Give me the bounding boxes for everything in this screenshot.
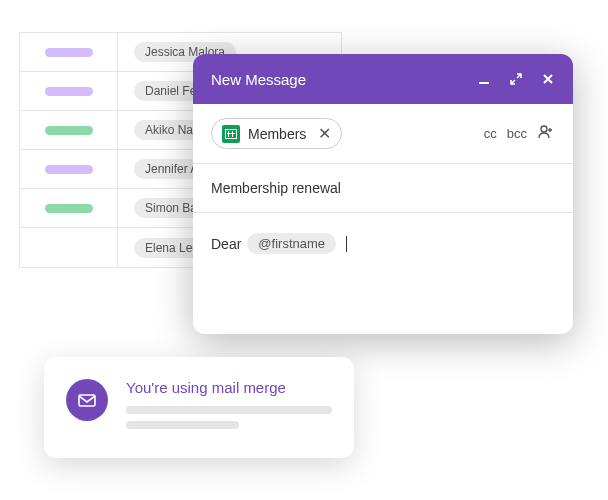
toast-title: You're using mail merge: [126, 379, 332, 396]
compose-title: New Message: [211, 71, 477, 88]
expand-icon[interactable]: [509, 72, 523, 86]
body-field[interactable]: Dear @firstname: [193, 213, 573, 334]
placeholder-line: [126, 406, 332, 414]
body-greeting: Dear: [211, 236, 241, 252]
recipient-chip[interactable]: Members ✕: [211, 118, 342, 149]
compose-window: New Message Members ✕ cc bcc Membership …: [193, 54, 573, 334]
to-field[interactable]: Members ✕ cc bcc: [193, 104, 573, 164]
status-cell: [20, 189, 118, 227]
toast-content: You're using mail merge: [126, 379, 332, 436]
status-cell: [20, 111, 118, 149]
merge-token[interactable]: @firstname: [247, 233, 336, 254]
recipient-options: cc bcc: [484, 123, 555, 144]
compose-header: New Message: [193, 54, 573, 104]
status-pill: [45, 48, 93, 57]
mail-merge-icon: [66, 379, 108, 421]
add-recipient-icon[interactable]: [537, 123, 555, 144]
status-cell: [20, 72, 118, 110]
status-pill: [45, 126, 93, 135]
status-cell: [20, 228, 118, 267]
mail-merge-toast: You're using mail merge: [44, 357, 354, 458]
sheets-icon: [222, 125, 240, 143]
bcc-button[interactable]: bcc: [507, 126, 527, 141]
status-pill: [45, 165, 93, 174]
svg-point-1: [541, 126, 547, 132]
header-icons: [477, 72, 555, 86]
remove-chip-icon[interactable]: ✕: [318, 124, 331, 143]
recipient-label: Members: [248, 126, 306, 142]
minimize-icon[interactable]: [477, 72, 491, 86]
subject-text: Membership renewal: [211, 180, 341, 196]
subject-field[interactable]: Membership renewal: [193, 164, 573, 213]
status-cell: [20, 150, 118, 188]
close-icon[interactable]: [541, 72, 555, 86]
placeholder-line: [126, 421, 239, 429]
text-cursor: [346, 236, 347, 252]
cc-button[interactable]: cc: [484, 126, 497, 141]
status-pill: [45, 204, 93, 213]
status-cell: [20, 33, 118, 71]
svg-rect-2: [79, 395, 95, 406]
status-pill: [45, 87, 93, 96]
